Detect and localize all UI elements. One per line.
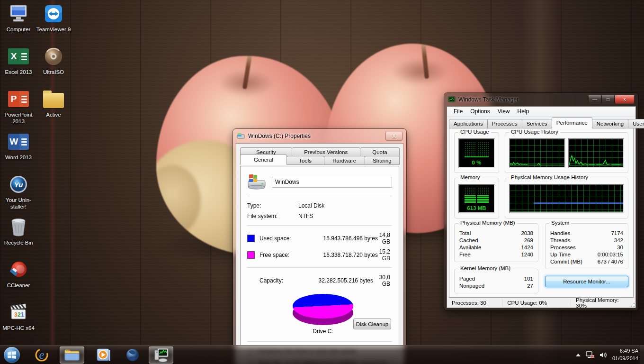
internet-explorer-icon: e	[34, 347, 49, 363]
tab-services[interactable]: Services	[522, 119, 552, 128]
properties-dialog-body: Security Previous Versions Quota General…	[236, 143, 403, 364]
desktop-icon-active-folder[interactable]: Active	[36, 88, 71, 118]
taskbar-windows-explorer[interactable]	[60, 346, 84, 364]
network-status-icon[interactable]	[585, 351, 595, 359]
desktop-icon-label: MPC-HC x64	[1, 325, 36, 331]
start-button[interactable]	[4, 347, 20, 363]
menu-view[interactable]: View	[494, 107, 514, 116]
desktop-icon-teamviewer[interactable]: TeamViewer 9	[36, 3, 71, 33]
memory-gauge: 613 MB	[458, 184, 495, 213]
task-manager-menubar: File Options View Help	[447, 107, 635, 117]
desktop-icon-computer[interactable]: Computer	[1, 3, 36, 33]
tab-sharing[interactable]: Sharing	[365, 156, 400, 165]
cpu-history-group: CPU Usage History	[505, 132, 628, 173]
general-tab-page: Type:Local Disk File system:NTFS Used sp…	[240, 166, 399, 355]
tab-hardware[interactable]: Hardware	[324, 156, 365, 165]
taskbar-browser-globe[interactable]	[120, 346, 145, 364]
desktop-icon-word[interactable]: W Word 2013	[1, 131, 36, 161]
tab-tools[interactable]: Tools	[286, 156, 324, 165]
kernel-memory-group: Kernel Memory (MB) Paged101 Nonpaged27	[454, 269, 538, 293]
desktop-icon-label: Word 2013	[1, 154, 36, 161]
memory-gauge-value: 613 MB	[459, 205, 494, 211]
ccleaner-icon	[1, 259, 36, 281]
show-desktop-button[interactable]	[640, 346, 644, 364]
show-hidden-icons-button[interactable]	[576, 354, 581, 356]
system-group: System Handles7174 Threads342 Processes3…	[545, 223, 628, 269]
task-manager-titlebar[interactable]: Windows Task Manager — □ x	[444, 93, 638, 106]
desktop-icon-powerpoint[interactable]: P PowerPoint 2013	[1, 88, 36, 125]
taskbar-task-manager[interactable]	[149, 346, 173, 364]
desktop-icon-label: CCleaner	[1, 282, 36, 289]
tray-clock[interactable]: 6:49 SA 01/09/2014	[612, 347, 638, 363]
cpu-usage-value: 0 %	[459, 160, 494, 165]
taskbar-media-player[interactable]	[91, 346, 116, 364]
desktop-icon-recycle-bin[interactable]: Recycle Bin	[1, 216, 36, 246]
folder-icon	[36, 88, 71, 110]
minimize-icon[interactable]: —	[588, 95, 601, 104]
capacity-row: Capacity: 32.282.505.216 bytes 30,0 GB	[247, 274, 392, 287]
computer-icon	[1, 3, 36, 25]
tab-users[interactable]: Users	[628, 119, 644, 128]
maximize-icon[interactable]: □	[601, 95, 615, 104]
powerpoint-icon: P	[1, 88, 36, 110]
desktop-icon-label: PowerPoint 2013	[1, 111, 36, 125]
mpchc-icon: 321	[1, 301, 36, 323]
svg-text:1: 1	[21, 311, 24, 318]
task-manager-app-icon	[448, 96, 456, 103]
desktop-icon-label: Active	[36, 111, 71, 118]
tab-previous-versions[interactable]: Previous Versions	[292, 147, 360, 156]
drive-name-input[interactable]	[272, 177, 392, 188]
resource-monitor-button[interactable]: Resource Monitor...	[545, 276, 628, 287]
tab-processes[interactable]: Processes	[487, 119, 522, 128]
desktop-icon-mpchc[interactable]: 321 MPC-HC x64	[1, 301, 36, 331]
desktop-icon-label: Your Unin-staller!	[1, 197, 36, 210]
cpu-history-graph-1	[509, 138, 565, 168]
task-manager-tabs: Applications Processes Services Performa…	[447, 117, 635, 128]
used-space-row: Used space: 15.943.786.496 bytes 14,8 GB	[247, 232, 392, 245]
memory-history-graph	[509, 184, 624, 213]
word-icon: W	[1, 131, 36, 153]
close-icon[interactable]: x	[615, 95, 635, 104]
menu-file[interactable]: File	[450, 107, 466, 116]
drive-icon	[247, 174, 266, 190]
desktop-icon-ccleaner[interactable]: CCleaner	[1, 259, 36, 289]
task-manager-window: Windows Task Manager — □ x File Options …	[444, 93, 638, 310]
windows-flag-icon	[8, 351, 16, 359]
menu-options[interactable]: Options	[466, 107, 493, 116]
recycle-bin-icon	[1, 216, 36, 238]
memory-history-group: Physical Memory Usage History	[505, 178, 628, 218]
used-space-swatch	[247, 235, 255, 242]
svg-text:Yu: Yu	[14, 181, 23, 189]
free-space-row: Free space: 16.338.718.720 bytes 15,2 GB	[247, 248, 392, 262]
close-icon[interactable]: x	[385, 132, 402, 141]
tab-quota[interactable]: Quota	[360, 147, 400, 156]
clock-date: 01/09/2014	[612, 355, 638, 363]
desktop-icon-label: Excel 2013	[1, 69, 36, 75]
filesystem-value: NTFS	[298, 213, 313, 219]
properties-titlebar[interactable]: WinDows (C:) Properties x	[233, 129, 406, 143]
tab-general[interactable]: General	[240, 155, 287, 165]
disc-icon	[36, 46, 71, 67]
cpu-usage-group: CPU Usage 0 %	[454, 132, 499, 173]
volume-icon[interactable]	[599, 351, 608, 359]
menu-help[interactable]: Help	[514, 107, 533, 116]
taskbar-internet-explorer[interactable]: e	[29, 346, 54, 364]
desktop-icon-uninstaller[interactable]: Yu Your Unin-staller!	[1, 173, 36, 210]
task-manager-statusbar: Processes: 30 CPU Usage: 0% Physical Mem…	[447, 298, 635, 308]
tab-performance[interactable]: Performance	[552, 117, 592, 128]
tab-applications[interactable]: Applications	[449, 119, 488, 128]
desktop-icon-ultraiso[interactable]: UltraISO	[36, 46, 71, 75]
filesystem-label: File system:	[247, 213, 298, 219]
resize-grip[interactable]	[631, 303, 635, 307]
status-cpu-usage: CPU Usage: 0%	[502, 299, 571, 307]
task-manager-monitor-icon	[153, 347, 169, 363]
tab-networking[interactable]: Networking	[592, 119, 629, 128]
properties-dialog-title: WinDows (C:) Properties	[248, 133, 311, 139]
drive-small-icon	[237, 133, 245, 139]
desktop-icon-excel[interactable]: X Excel 2013	[1, 46, 36, 75]
cpu-history-graph-2	[568, 138, 625, 168]
disk-cleanup-button[interactable]: Disk Cleanup	[353, 318, 391, 329]
performance-tab-page: CPU Usage 0 % CPU Usage History	[449, 128, 634, 298]
task-manager-title: Windows Task Manager	[458, 96, 519, 103]
media-player-icon	[96, 347, 111, 363]
